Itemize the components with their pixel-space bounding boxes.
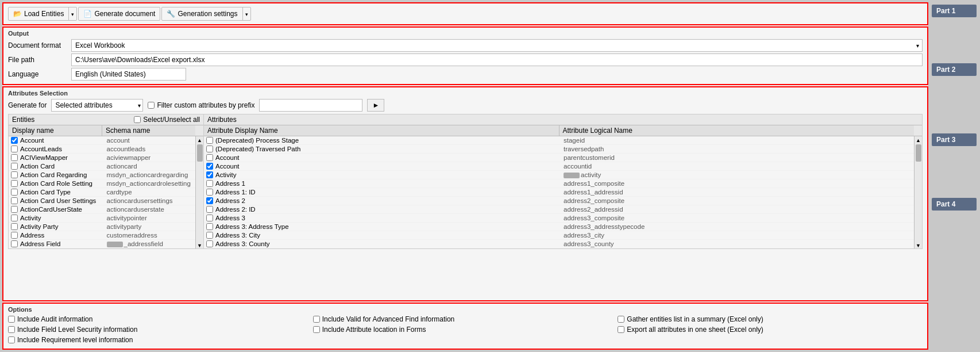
attr-checkbox[interactable] xyxy=(206,180,213,187)
generate-for-label: Generate for xyxy=(8,101,47,109)
entity-checkbox[interactable] xyxy=(11,223,18,230)
col-display-header: Display name xyxy=(9,125,102,136)
document-format-label: Document format xyxy=(8,41,71,49)
option-checkbox[interactable] xyxy=(8,316,15,323)
entity-schema-name: activitypointer xyxy=(107,215,194,221)
filter-custom-checkbox[interactable] xyxy=(148,102,155,109)
generation-settings-button[interactable]: 🔧 Generation settings xyxy=(162,7,242,20)
option-checkbox[interactable] xyxy=(618,326,624,333)
attr-logical-name: address1_addressid xyxy=(564,189,912,196)
file-path-row: File path xyxy=(8,53,923,66)
entity-checkbox[interactable] xyxy=(11,197,18,204)
generation-settings-label: Generation settings xyxy=(178,10,237,18)
attr-row: Accountaccountid xyxy=(204,162,914,171)
attr-display-name: (Deprecated) Traversed Path xyxy=(215,146,564,152)
entity-checkbox[interactable] xyxy=(11,154,18,161)
attr-row: Accountparentcustomerid xyxy=(204,154,914,162)
attributes-title: Attributes xyxy=(207,116,237,124)
entity-checkbox[interactable] xyxy=(11,206,18,213)
attr-row: (Deprecated) Traversed Pathtraversedpath xyxy=(204,145,914,154)
entity-checkbox[interactable] xyxy=(11,137,18,144)
entity-row: ACIViewMapperaciviewmapper xyxy=(9,154,195,162)
entity-checkbox[interactable] xyxy=(11,163,18,170)
generate-for-row: Generate for Selected attributes ▾ Filte… xyxy=(8,99,923,112)
attr-logical-name: address3_city xyxy=(564,232,912,239)
attr-checkbox[interactable] xyxy=(206,189,213,196)
entity-checkbox[interactable] xyxy=(11,232,18,239)
attr-checkbox[interactable] xyxy=(206,206,213,213)
filter-apply-button[interactable]: ► xyxy=(367,99,384,112)
entities-scrollbar-thumb[interactable] xyxy=(197,144,203,162)
attr-checkbox[interactable] xyxy=(206,154,213,161)
attr-display-name: Account xyxy=(215,163,564,170)
option-label: Include Requirement level information xyxy=(17,336,133,344)
entities-scrollbar-up[interactable]: ▲ xyxy=(197,137,202,143)
entity-display-name: Action Card Type xyxy=(20,189,107,196)
option-checkbox[interactable] xyxy=(618,316,624,323)
part2-label: Part 2 xyxy=(932,63,977,76)
attributes-panel: Attributes Attribute Display Name Attrib… xyxy=(204,114,922,248)
document-format-select[interactable]: Excel Workbook xyxy=(71,39,923,52)
entity-display-name: Activity Party xyxy=(20,223,107,230)
entity-checkbox[interactable] xyxy=(11,240,18,247)
generate-for-select[interactable]: Selected attributes xyxy=(51,99,143,112)
attr-checkbox[interactable] xyxy=(206,215,213,221)
select-unselect-label[interactable]: Select/Unselect all xyxy=(134,116,200,124)
entity-display-name: AccountLeads xyxy=(20,146,107,152)
generate-document-button[interactable]: 📄 Generate document xyxy=(78,7,160,21)
option-item[interactable]: Include Field Level Security information xyxy=(8,326,313,334)
option-label: Include Attribute location in Forms xyxy=(322,326,426,334)
attr-checkbox[interactable] xyxy=(206,240,213,247)
option-item[interactable]: Include Attribute location in Forms xyxy=(313,326,618,334)
language-input[interactable] xyxy=(71,68,186,81)
option-item[interactable]: Include Requirement level information xyxy=(8,336,313,344)
partial-bar-attr xyxy=(564,173,580,178)
option-item[interactable]: Include Valid for Advanced Find informat… xyxy=(313,315,618,323)
option-label: Export all attributes in one sheet (Exce… xyxy=(627,326,763,334)
attr-checkbox[interactable] xyxy=(206,232,213,239)
entities-scrollbar-down[interactable]: ▼ xyxy=(197,243,202,248)
attr-logical-name: activity xyxy=(564,171,912,178)
attrs-scrollbar-thumb[interactable] xyxy=(916,144,921,162)
filter-prefix-input[interactable] xyxy=(259,99,362,112)
option-checkbox[interactable] xyxy=(8,336,15,343)
option-item[interactable]: Export all attributes in one sheet (Exce… xyxy=(618,326,923,334)
option-label: Include Valid for Advanced Find informat… xyxy=(322,315,455,323)
load-entities-dropdown[interactable]: ▾ xyxy=(68,7,76,20)
attr-row: Address 1address1_composite xyxy=(204,179,914,188)
attr-logical-name: stageid xyxy=(564,137,912,144)
option-checkbox[interactable] xyxy=(8,326,15,333)
attr-checkbox[interactable] xyxy=(206,171,213,178)
attr-checkbox[interactable] xyxy=(206,146,213,152)
attr-checkbox[interactable] xyxy=(206,197,213,204)
entity-display-name: Activity xyxy=(20,215,107,221)
attr-checkbox[interactable] xyxy=(206,137,213,144)
attr-logical-name: address3_county xyxy=(564,240,912,247)
option-checkbox[interactable] xyxy=(313,316,320,323)
option-checkbox[interactable] xyxy=(313,326,320,333)
language-label: Language xyxy=(8,70,71,78)
entity-schema-name: account xyxy=(107,137,194,144)
entity-checkbox[interactable] xyxy=(11,189,18,196)
load-entities-button[interactable]: 📂 Load Entities xyxy=(9,7,68,20)
attrs-scrollbar-down[interactable]: ▼ xyxy=(916,243,921,248)
attr-checkbox[interactable] xyxy=(206,163,213,170)
entity-checkbox[interactable] xyxy=(11,146,18,152)
entity-checkbox[interactable] xyxy=(11,171,18,178)
options-col-3: Gather entities list in a summary (Excel… xyxy=(618,315,923,344)
settings-icon: 🔧 xyxy=(167,10,175,18)
entity-row: Action Card Role Settingmsdyn_actioncard… xyxy=(9,179,195,188)
attrs-scrollbar-up[interactable]: ▲ xyxy=(916,137,921,143)
file-path-input[interactable] xyxy=(71,53,923,66)
generation-settings-dropdown[interactable]: ▾ xyxy=(242,7,250,20)
attr-display-name: Address 3: County xyxy=(215,240,564,247)
entity-checkbox[interactable] xyxy=(11,215,18,221)
dropdown-arrow-icon2: ▾ xyxy=(245,12,248,17)
attr-checkbox[interactable] xyxy=(206,223,213,230)
option-item[interactable]: Include Audit information xyxy=(8,315,313,323)
entity-checkbox[interactable] xyxy=(11,180,18,187)
part1-label: Part 1 xyxy=(932,5,977,17)
select-unselect-checkbox[interactable] xyxy=(134,116,141,123)
filter-custom-checkbox-label[interactable]: Filter custom attributes by prefix xyxy=(148,101,254,109)
option-item[interactable]: Gather entities list in a summary (Excel… xyxy=(618,315,923,323)
